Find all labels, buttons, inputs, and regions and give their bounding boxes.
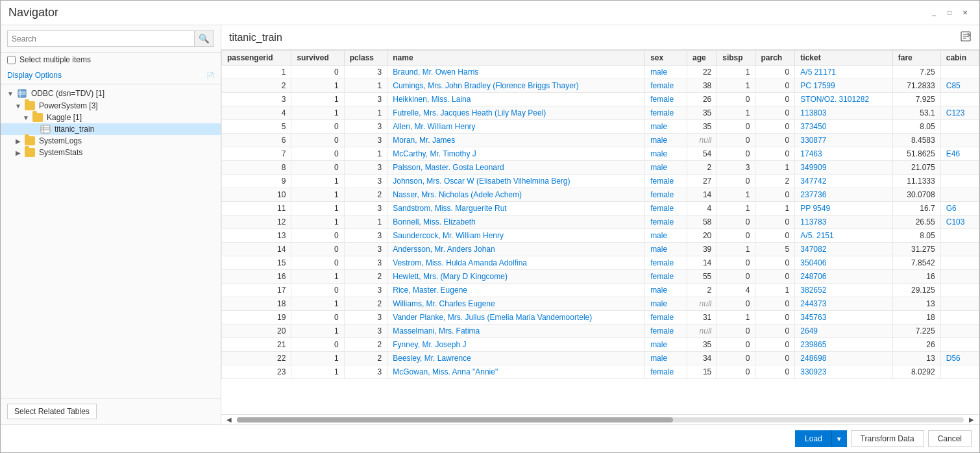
table-cell: 3 [344,161,387,175]
table-cell: 1 [717,66,755,79]
table-cell: Masselmani, Mrs. Fatima [387,324,645,338]
table-cell: 2 [755,175,795,188]
col-parch: parch [755,51,795,66]
tree-item-powersystem[interactable]: ▼ PowerSystem [3] [1,100,221,112]
table-cell: 8 [222,161,291,175]
table-cell: 0 [717,324,755,338]
tree-label-systemstats: SystemStats [39,148,82,157]
table-cell: 0 [717,134,755,147]
table-cell: 31.275 [892,243,940,256]
tree-item-systemlogs[interactable]: ▶ SystemLogs [1,135,221,147]
table-cell: 3 [344,324,387,338]
load-button[interactable]: Load [795,430,831,447]
table-cell: 0 [291,120,344,134]
table-cell: Andersson, Mr. Anders Johan [387,243,645,256]
data-table-wrap: passengerid survived pclass name sex age… [221,50,979,414]
table-cell: 31 [687,311,717,324]
table-row: 1403Andersson, Mr. Anders Johanmale39153… [222,243,979,256]
table-cell: McCarthy, Mr. Timothy J [387,147,645,161]
table-cell: 8.05 [892,229,940,243]
table-cell: 1 [291,188,344,202]
table-cell: 1 [717,311,755,324]
load-dropdown-button[interactable]: ▼ [831,430,847,447]
col-age: age [687,51,717,66]
select-multiple-checkbox[interactable] [7,56,16,64]
table-cell [940,311,979,324]
table-cell: 237736 [795,188,892,202]
table-cell: 71.2833 [892,79,940,93]
display-options-button[interactable]: Display Options [7,71,62,80]
table-cell: 7.225 [892,324,940,338]
select-multiple-row: Select multiple items [1,53,221,67]
col-sibsp: sibsp [717,51,755,66]
tree-label-systemlogs: SystemLogs [39,136,82,145]
select-related-button[interactable]: Select Related Tables [7,404,97,419]
table-cell: male [645,352,687,365]
table-cell: 0 [717,338,755,352]
table-cell: 0 [755,134,795,147]
search-bar: 🔍 [1,25,221,53]
table-cell: 3 [344,175,387,188]
table-cell: 248706 [795,270,892,284]
table-cell: 2 [344,297,387,311]
table-cell: 0 [717,147,755,161]
svg-rect-4 [41,125,50,133]
table-cell: 15 [687,365,717,379]
table-cell: 330877 [795,134,892,147]
tree-item-odbc[interactable]: ▼ ODBC (dsn=TDV) [1] [1,87,221,100]
tree-item-kaggle[interactable]: ▼ Kaggle [1] [1,112,221,123]
select-multiple-label: Select multiple items [19,55,91,64]
table-cell [940,120,979,134]
cancel-button[interactable]: Cancel [928,430,972,447]
search-input[interactable] [8,32,194,46]
table-cell: 0 [291,256,344,270]
table-cell: 22 [687,66,717,79]
table-cell [940,270,979,284]
table-row: 803Palsson, Master. Gosta Leonardmale231… [222,161,979,175]
col-ticket: ticket [795,51,892,66]
table-cell: 34 [687,352,717,365]
table-row: 1703Rice, Master. Eugenemale24138265229.… [222,284,979,297]
table-cell: 3 [344,256,387,270]
table-cell: 3 [344,311,387,324]
table-cell: female [645,215,687,229]
table-cell: 51.8625 [892,147,940,161]
table-cell: 0 [755,188,795,202]
table-row: 913Johnson, Mrs. Oscar W (Elisabeth Vilh… [222,175,979,188]
tree-item-systemstats[interactable]: ▶ SystemStats [1,147,221,158]
table-row: 411Futrelle, Mrs. Jacques Heath (Lily Ma… [222,106,979,120]
table-cell: 3 [344,229,387,243]
table-cell: Palsson, Master. Gosta Leonard [387,161,645,175]
table-row: 1012Nasser, Mrs. Nicholas (Adele Achem)f… [222,188,979,202]
search-button[interactable]: 🔍 [194,31,214,46]
display-options-icon[interactable]: 📄 [206,72,214,79]
table-cell: STON/O2. 3101282 [795,93,892,106]
hscroll-thumb[interactable] [237,417,673,422]
main-content: 🔍 Select multiple items Display Options … [1,25,979,424]
restore-button[interactable]: □ [943,6,956,19]
table-cell: 1 [344,79,387,93]
table-cell: Beesley, Mr. Lawrence [387,352,645,365]
table-cell: 13 [892,352,940,365]
hscroll-track[interactable] [237,417,964,422]
scroll-right-arrow[interactable]: ▶ [966,415,977,425]
svg-rect-0 [18,90,26,97]
horizontal-scrollbar[interactable]: ◀ ▶ [221,414,979,424]
scroll-left-arrow[interactable]: ◀ [224,415,234,425]
transform-data-button[interactable]: Transform Data [851,430,924,447]
table-cell: female [645,106,687,120]
table-cell: female [645,175,687,188]
table-cell [940,175,979,188]
table-cell: Williams, Mr. Charles Eugene [387,297,645,311]
tree-item-titanic-train[interactable]: titanic_train [1,123,221,135]
col-cabin: cabin [940,51,979,66]
table-cell: Braund, Mr. Owen Harris [387,66,645,79]
close-button[interactable]: ✕ [959,6,972,19]
table-cell: 1 [291,79,344,93]
export-icon[interactable] [960,31,972,44]
table-cell: 2 [344,270,387,284]
table-cell: Vestrom, Miss. Hulda Amanda Adolfina [387,256,645,270]
minimize-button[interactable]: ⎯ [927,6,940,19]
expand-icon-kaggle: ▼ [21,114,31,121]
table-cell: 0 [291,161,344,175]
